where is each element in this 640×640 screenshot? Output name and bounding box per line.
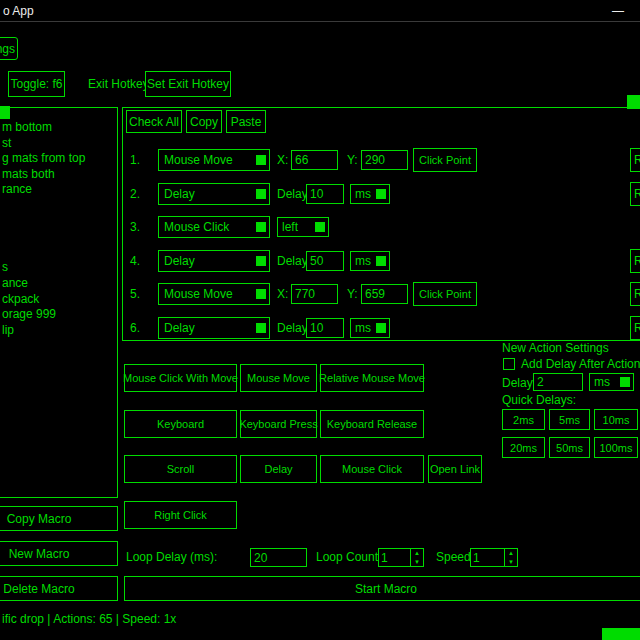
action-type-value: Mouse Move (159, 153, 256, 167)
paste-button[interactable]: Paste (226, 110, 266, 133)
dropdown-indicator-icon (256, 289, 266, 299)
dropdown-indicator-icon (256, 323, 266, 333)
delay-unit-value: ms (351, 254, 376, 268)
macro-list-item[interactable] (2, 245, 117, 261)
add-mouse-click-button[interactable]: Mouse Click (320, 455, 424, 483)
macro-list-item[interactable]: ckpack (2, 292, 117, 308)
add-right-click-button[interactable]: Right Click (124, 501, 237, 529)
loop-delay-input[interactable] (250, 548, 307, 567)
add-delay-after-action-checkbox[interactable] (503, 358, 515, 370)
loop-count-input[interactable] (379, 549, 410, 566)
action-type-dropdown[interactable]: Delay (158, 317, 270, 339)
remove-action-button[interactable]: Remove (630, 316, 640, 340)
quick-delay-2ms-button[interactable]: 2ms (502, 409, 545, 430)
speed-stepper[interactable]: ▲ ▼ (470, 548, 518, 567)
copy-button[interactable]: Copy (186, 110, 222, 133)
macro-list-item[interactable]: st (2, 136, 117, 152)
action-type-dropdown[interactable]: Delay (158, 250, 270, 272)
quick-delay-20ms-button[interactable]: 20ms (502, 437, 545, 458)
add-mouse-move-button[interactable]: Mouse Move (240, 364, 317, 392)
dropdown-indicator-icon (256, 222, 266, 232)
mouse-button-dropdown[interactable]: left (277, 217, 329, 237)
delay-value-input[interactable] (306, 251, 344, 271)
new-macro-button[interactable]: New Macro (0, 541, 118, 566)
resize-grip[interactable] (602, 628, 640, 640)
speed-input[interactable] (471, 549, 504, 566)
settings-button[interactable]: ngs (0, 37, 18, 60)
action-row-number: 4. (130, 249, 140, 273)
macro-list-item[interactable]: rance (2, 182, 117, 198)
action-type-dropdown[interactable]: Delay (158, 183, 270, 205)
remove-action-button[interactable]: Remove (630, 249, 640, 273)
new-action-delay-input[interactable] (533, 373, 583, 391)
toggle-hotkey-button[interactable]: Toggle: f6 (8, 71, 65, 97)
minimize-button[interactable]: — (601, 0, 635, 21)
add-open-link-button[interactable]: Open Link (428, 455, 482, 483)
dropdown-indicator-icon (315, 222, 325, 232)
check-all-button[interactable]: Check All (126, 110, 182, 133)
macro-list-item[interactable]: mats both (2, 167, 117, 183)
dropdown-indicator-icon (376, 189, 386, 199)
action-type-dropdown[interactable]: Mouse Move (158, 283, 270, 305)
delay-unit-dropdown[interactable]: ms (350, 251, 390, 271)
add-scroll-button[interactable]: Scroll (124, 455, 237, 483)
quick-delay-50ms-button[interactable]: 50ms (549, 437, 590, 458)
add-relative-mouse-move-button[interactable]: Relative Mouse Move (320, 364, 424, 392)
add-keyboard-button[interactable]: Keyboard (124, 410, 237, 438)
x-coordinate-input[interactable] (291, 284, 338, 304)
set-exit-hotkey-button[interactable]: Set Exit Hotkey (145, 71, 231, 97)
loop-count-stepper[interactable]: ▲ ▼ (378, 548, 424, 567)
delay-unit-value: ms (351, 321, 376, 335)
action-type-value: Delay (159, 187, 256, 201)
quick-delay-10ms-button[interactable]: 10ms (594, 409, 638, 430)
spin-down-icon[interactable]: ▼ (411, 558, 423, 567)
add-delay-after-action-label: Add Delay After Action (521, 357, 640, 371)
macro-list-item[interactable]: lip (2, 323, 117, 339)
delay-unit-value: ms (351, 187, 376, 201)
add-delay-button[interactable]: Delay (240, 455, 317, 483)
delay-value-input[interactable] (306, 184, 344, 204)
action-type-value: Delay (159, 254, 256, 268)
add-keyboard-release-button[interactable]: Keyboard Release (320, 410, 424, 438)
quick-delay-5ms-button[interactable]: 5ms (549, 409, 590, 430)
spin-down-icon[interactable]: ▼ (505, 558, 517, 567)
delete-macro-button[interactable]: Delete Macro (0, 576, 118, 601)
add-keyboard-press-button[interactable]: Keyboard Press (240, 410, 317, 438)
delay-value-input[interactable] (306, 318, 344, 338)
y-coordinate-input[interactable] (361, 150, 408, 170)
remove-action-button[interactable]: Remove (630, 182, 640, 206)
exit-hotkey-label: Exit Hotkey: (88, 71, 152, 97)
macro-list-item[interactable]: g mats from top (2, 151, 117, 167)
speed-label: Speed: (436, 548, 474, 567)
macro-list-item[interactable] (2, 214, 117, 230)
click-point-button[interactable]: Click Point (413, 282, 477, 306)
remove-action-button[interactable]: Remove (630, 282, 640, 306)
macro-list-item[interactable]: orage 999 (2, 307, 117, 323)
spin-up-icon[interactable]: ▲ (411, 549, 423, 558)
macro-list-item[interactable]: s (2, 260, 117, 276)
action-row-number: 2. (130, 182, 140, 206)
spin-up-icon[interactable]: ▲ (505, 549, 517, 558)
clipped-ui-fragment-top-right (627, 95, 640, 109)
macro-list-item[interactable]: m bottom (2, 120, 117, 136)
macro-list-item[interactable]: ance (2, 276, 117, 292)
dropdown-indicator-icon (256, 189, 266, 199)
action-type-value: Delay (159, 321, 256, 335)
delay-unit-dropdown[interactable]: ms (350, 318, 390, 338)
action-type-dropdown[interactable]: Mouse Click (158, 216, 270, 238)
macro-list-item[interactable] (2, 198, 117, 214)
copy-macro-button[interactable]: Copy Macro (0, 506, 118, 531)
new-action-delay-unit-value: ms (590, 375, 620, 389)
titlebar: o App — (0, 0, 640, 22)
remove-action-button[interactable]: Remove (630, 148, 640, 172)
action-type-dropdown[interactable]: Mouse Move (158, 149, 270, 171)
quick-delay-100ms-button[interactable]: 100ms (594, 437, 638, 458)
delay-unit-dropdown[interactable]: ms (350, 184, 390, 204)
y-coordinate-input[interactable] (361, 284, 408, 304)
macro-list-item[interactable] (2, 229, 117, 245)
new-action-delay-unit-dropdown[interactable]: ms (589, 373, 634, 391)
add-mouse-click-with-move-button[interactable]: Mouse Click With Move (124, 364, 237, 392)
start-macro-button[interactable]: Start Macro (124, 576, 640, 601)
click-point-button[interactable]: Click Point (413, 148, 477, 172)
x-coordinate-input[interactable] (291, 150, 338, 170)
